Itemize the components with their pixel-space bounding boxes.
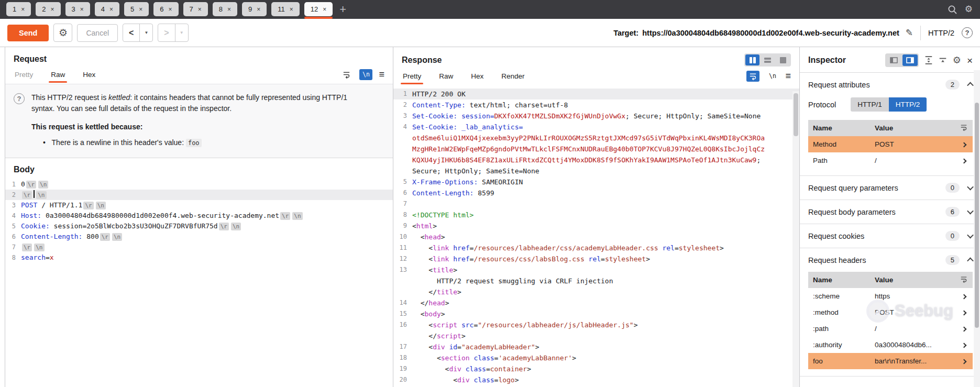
editor-line[interactable]: 7 [393,198,799,209]
row-expand-chevron-icon[interactable] [961,159,966,164]
editor-line[interactable]: MzgHRe1nW2EWpFqeMZp6gndoPVtMwTLkclFSFMCn… [393,143,799,154]
inspector-table-row[interactable]: :methodPOST [808,304,973,320]
repeater-tab-8[interactable]: 8× [213,2,237,16]
settings-icon[interactable]: ⚙ [965,4,973,15]
editor-line[interactable]: 15 <body> [393,308,799,319]
row-expand-chevron-icon[interactable] [961,311,966,316]
section-header-attributes[interactable]: Request attributes2 [808,80,973,90]
row-expand-chevron-icon[interactable] [961,343,966,348]
inspector-scrollbar-thumb[interactable] [975,103,979,328]
rows-layout-icon[interactable] [761,54,775,65]
close-tab-icon[interactable]: × [227,6,231,13]
repeater-tab-2[interactable]: 2× [36,2,60,16]
request-body-editor[interactable]: 10\r\n2\r\n3POST / HTTP/1.1\r\n4Host: 0a… [5,179,393,263]
close-tab-icon[interactable]: × [290,6,293,13]
show-nonprinting-icon[interactable]: \n [766,71,779,82]
editor-line[interactable]: 8search=x [5,252,393,263]
request-menu-icon[interactable]: ≡ [379,69,384,80]
repeater-tab-4[interactable]: 4× [95,2,119,16]
columns-layout-icon[interactable] [745,54,759,65]
response-tab-hex[interactable]: Hex [470,68,485,84]
help-icon[interactable]: ? [962,27,973,38]
response-scrollbar-thumb[interactable] [794,93,798,136]
row-expand-chevron-icon[interactable] [961,327,966,332]
close-tab-icon[interactable]: × [21,6,25,13]
editor-line[interactable]: 8<!DOCTYPE html> [393,209,799,220]
response-menu-icon[interactable]: ≡ [785,71,791,82]
editor-line[interactable]: 4Set-Cookie: _lab_analytics= [393,121,799,132]
editor-line[interactable]: 14 </head> [393,297,799,308]
inspector-scrollbar[interactable] [974,70,980,387]
request-tab-raw[interactable]: Raw [50,67,66,83]
section-header-query[interactable]: Request query parameters0 [808,183,973,193]
send-button[interactable]: Send [7,25,49,41]
inspector-settings-gear-icon[interactable]: ⚙ [953,54,961,66]
close-tab-icon[interactable]: × [168,6,172,13]
editor-line[interactable]: 7\r\n [5,242,393,252]
close-tab-icon[interactable]: × [323,6,326,13]
editor-line[interactable]: 20 <div class=logo> [393,374,799,385]
editor-line[interactable]: 19 <div class=container> [393,363,799,374]
response-editor[interactable]: 1HTTP/2 200 OK2Content-Type: text/html; … [393,89,799,387]
editor-line[interactable]: 6Content-Length: 8599 [393,187,799,198]
editor-line[interactable]: 13 <title> [393,264,799,275]
back-history-caret-icon[interactable]: ▼ [140,30,152,35]
request-tab-hex[interactable]: Hex [82,67,96,83]
editor-line[interactable]: 3POST / HTTP/1.1\r\n [5,200,393,211]
dock-left-icon[interactable] [886,54,901,66]
editor-line[interactable]: 11 <link href=/resources/labheader/css/a… [393,242,799,253]
editor-line[interactable]: Secure; HttpOnly; SameSite=None [393,165,799,176]
repeater-tab-5[interactable]: 5× [124,2,149,16]
editor-line[interactable]: 9<html> [393,220,799,231]
editor-line[interactable]: HTTP/2 request smuggling via CRLF inject… [393,275,799,286]
single-layout-icon[interactable] [776,54,790,65]
close-tab-icon[interactable]: × [80,6,84,13]
wrap-values-icon[interactable] [955,120,973,136]
chevron-up-icon[interactable] [967,82,974,89]
editor-line[interactable]: 6Content-Length: 800\r\n [5,231,393,242]
inspector-table-row[interactable]: :path/ [808,320,973,337]
protocol-option-http2[interactable]: HTTP/2 [889,97,927,112]
repeater-tab-12[interactable]: 12× [304,2,333,16]
section-header-headers[interactable]: Request headers5 [808,255,973,265]
chevron-up-icon[interactable] [967,258,974,264]
repeater-tab-6[interactable]: 6× [153,2,178,16]
inspector-table-row[interactable]: :schemehttps [808,288,973,304]
editor-line[interactable]: otdSme6luiQ1MXQ4jxexebm3yyP2PNkLIrROUXOG… [393,132,799,143]
editor-line[interactable]: 5X-Frame-Options: SAMEORIGIN [393,176,799,187]
back-arrow-icon[interactable]: < [123,28,139,38]
editor-line[interactable]: 16 <script src="/resources/labheader/js/… [393,319,799,330]
editor-line[interactable]: KQXU4yjIHKU6b8S4EF8Z1axULiFRtxdZCQttj4YM… [393,154,799,165]
show-nonprinting-icon[interactable]: \n [359,69,372,80]
add-tab-button[interactable]: + [339,2,346,16]
chevron-down-icon[interactable] [967,184,974,191]
editor-line[interactable]: 2\r\n [5,190,393,200]
repeater-tab-3[interactable]: 3× [65,2,90,16]
section-header-cookies[interactable]: Request cookies0 [808,231,973,241]
close-tab-icon[interactable]: × [50,6,54,13]
editor-line[interactable]: 17 <div id="academyLabHeader"> [393,341,799,352]
editor-line[interactable]: 18 <section class='academyLabBanner'> [393,352,799,363]
row-expand-chevron-icon[interactable] [961,294,966,300]
repeater-tab-1[interactable]: 1× [6,2,31,16]
inspector-table-row[interactable]: :authority0a30004804db6... [808,337,973,353]
chevron-down-icon[interactable] [967,208,974,215]
wrap-values-icon[interactable] [955,272,973,288]
back-history-button[interactable]: < ▼ [123,24,153,42]
dock-right-icon[interactable] [902,54,918,66]
forward-arrow-icon[interactable]: > [158,28,174,38]
editor-line[interactable]: 1HTTP/2 200 OK [393,89,799,99]
chevron-down-icon[interactable] [967,232,974,239]
response-scrollbar[interactable] [792,91,799,387]
close-tab-icon[interactable]: × [198,6,202,13]
search-icon[interactable] [948,5,957,15]
inspector-table-row[interactable]: foobar\r\nTransfer... [808,353,973,369]
forward-history-button[interactable]: > ▼ [158,24,188,42]
editor-line[interactable]: 10\r\n [5,179,393,190]
editor-line[interactable]: 5Cookie: session=2o5BlWcbo2b3sU3OHQuZF7D… [5,221,393,231]
collapse-all-icon[interactable] [939,56,947,64]
wrap-lines-icon[interactable] [340,69,353,80]
repeater-tab-9[interactable]: 9× [242,2,267,16]
close-tab-icon[interactable]: × [139,6,142,13]
editor-line[interactable]: 3Set-Cookie: session=DKXfoXK47tMZLSDmXK2… [393,110,799,121]
